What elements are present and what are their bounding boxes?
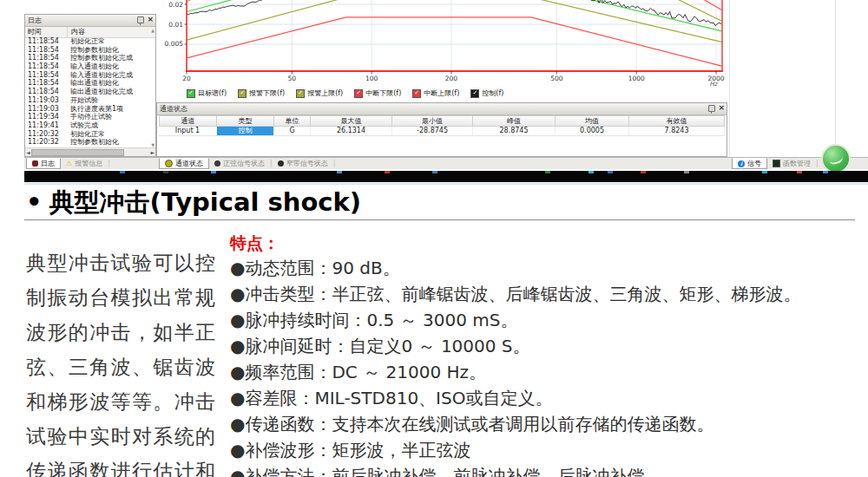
features-list: ●动态范围：90 dB。 ●冲击类型：半正弦、前峰锯齿波、后峰锯齿波、三角波、矩… [230, 255, 864, 477]
tab-sine-signal-status[interactable]: 正弦信号状态 [209, 158, 270, 169]
tab-narrowband-signal-status[interactable]: 窄带信号状态 [273, 158, 333, 169]
scroll-up-icon[interactable]: ▲ [151, 28, 155, 33]
log-col-content: 内容 [67, 27, 85, 37]
taskbar-strip [24, 171, 868, 182]
cell-type: 控制 [217, 127, 274, 136]
legend-item-alarm-upper: ✓报警上限(f) [296, 88, 343, 98]
svg-text:20: 20 [182, 75, 191, 82]
tab-alarm-info[interactable]: ⚠报警信息 [61, 158, 108, 169]
legend-checkbox[interactable]: ✓ [238, 89, 247, 98]
log-list: 11:18:54初始化正常 11:18:54控制参数初始化 11:18:54控制… [25, 37, 155, 148]
tab-log[interactable]: 日志 [26, 158, 61, 169]
scroll-right-icon[interactable]: ► [150, 149, 155, 155]
svg-text:Hz: Hz [710, 81, 719, 87]
spectrum-plot: 205010020050010002000Hz0.020.010.005 [159, 0, 729, 87]
svg-text:0.005: 0.005 [165, 40, 184, 48]
svg-text:50: 50 [288, 75, 297, 82]
progress-badge[interactable] [821, 144, 851, 173]
tab-signal[interactable]: i信号 [732, 158, 767, 169]
log-panel-title: 日志 [28, 16, 42, 24]
svg-text:200: 200 [445, 75, 458, 82]
status-circle-icon [214, 160, 220, 167]
shock-spectrum-chart: 205010020050010002000Hz0.020.010.005 [159, 0, 729, 87]
series-line [187, 0, 721, 26]
cell-min: -28.8745 [392, 127, 473, 136]
tab-channel-status[interactable]: 通道状态 [159, 158, 209, 169]
legend-checkbox[interactable]: ✓ [412, 89, 421, 98]
info-icon: i [738, 160, 745, 167]
tab-function-manager[interactable]: 函数管理 [767, 158, 816, 169]
log-row: 11:20:32初始化正常 [25, 130, 155, 139]
feature-item: ●冲击类型：半正弦、前峰锯齿波、后峰锯齿波、三角波、矩形、梯形波。 [230, 281, 864, 307]
log-row: 11:18:54初始化正常 [25, 37, 155, 46]
window-edge-line [835, 0, 836, 157]
feature-item: ●补偿波形：矩形波，半正弦波 [230, 437, 864, 463]
legend-checkbox[interactable]: ✓ [354, 89, 363, 98]
channel-table-row: Input 1 控制 G 26.1314 -28.8745 28.8745 0.… [159, 127, 725, 136]
log-row: 11:18:54输出通道初始化 [25, 79, 155, 88]
channel-status-panel: 通道状态 × 通道类型 单位最大值 最小值峰值 均值有效值 Input 1 控制… [156, 102, 727, 157]
log-col-time: 时间 [28, 27, 42, 37]
svg-text:0.02: 0.02 [168, 1, 183, 9]
warning-icon: ⚠ [66, 160, 72, 167]
log-panel-titlebar: 日志 × [25, 15, 155, 27]
log-row: 11:19:03执行进度表第1项 [25, 105, 155, 114]
feature-item: ●传递函数：支持本次在线测试或者调用以前存储的传递函数。 [230, 411, 864, 437]
scrollbar-thumb[interactable] [31, 149, 124, 156]
log-row: 11:18:54控制参数初始化 [25, 46, 155, 55]
svg-text:500: 500 [550, 75, 563, 82]
feature-item: ●频率范围：DC ～ 21000 Hz。 [230, 359, 864, 385]
svg-text:0.01: 0.01 [168, 21, 183, 29]
scroll-left-icon[interactable]: ◄ [26, 149, 30, 155]
feature-item: ●容差限：MIL-STD810、ISO或自定义。 [230, 385, 864, 411]
heading-text: 典型冲击(Typical shock) [49, 187, 362, 217]
cell-peak: 28.8745 [473, 127, 556, 136]
legend-item-control: ✓控制(f) [470, 88, 503, 98]
series-line [187, 0, 722, 42]
log-row: 11:19:03开始试验 [25, 96, 155, 105]
legend-checkbox[interactable]: ✓ [470, 89, 479, 98]
close-icon[interactable]: × [147, 16, 154, 23]
pin-icon[interactable] [708, 105, 715, 112]
separator-line [24, 183, 868, 185]
features-title: 特点： [230, 232, 279, 255]
cell-max: 26.1314 [311, 127, 392, 136]
close-icon[interactable]: × [718, 104, 725, 112]
legend-checkbox[interactable]: ✓ [296, 89, 305, 98]
log-row: 11:20:32控制参数初始化 [25, 138, 155, 147]
chart-legend: ✓目标谱(f) ✓报警下限(f) ✓报警上限(f) ✓中断下限(f) ✓中断上限… [187, 88, 503, 98]
channel-table: 通道类型 单位最大值 最小值峰值 均值有效值 Input 1 控制 G 26.1… [159, 115, 725, 136]
legend-item-abort-lower: ✓中断下限(f) [354, 88, 401, 98]
pin-icon[interactable] [137, 16, 144, 23]
series-line [187, 0, 722, 21]
log-horizontal-scrollbar[interactable]: ◄ ► [25, 147, 155, 156]
function-icon [773, 160, 780, 167]
log-row: 11:18:54输入通道初始化 [25, 62, 155, 71]
status-circle-icon [278, 160, 284, 167]
legend-checkbox[interactable]: ✓ [187, 89, 195, 98]
cell-unit: G [274, 127, 311, 136]
channel-panel-titlebar: 通道状态 × [157, 103, 727, 115]
log-row: 11:18:54输入通道初始化完成 [25, 71, 155, 80]
feature-item: ●补偿方法：前后脉冲补偿、前脉冲补偿、后脉冲补偿 [230, 463, 864, 477]
bottom-tabstrip: 日志 ⚠报警信息 | 通道状态 正弦信号状态 | 窄带信号状态 | i信号 函数… [24, 157, 868, 169]
channel-panel-title: 通道状态 [160, 105, 187, 113]
log-row: 11:19:34手动停止试验 [25, 113, 155, 121]
page: 日志 × 时间 内容 ▲ 11:18:54初始化正常 11:18:54控制参数初… [0, 0, 868, 477]
intro-paragraph: 典型冲击试验可以控 制振动台模拟出常规 波形的冲击，如半正 弦、三角波、锯齿波 … [26, 245, 215, 477]
vibration-control-app: 日志 × 时间 内容 ▲ 11:18:54初始化正常 11:18:54控制参数初… [0, 0, 868, 171]
feature-item: ●动态范围：90 dB。 [230, 255, 864, 281]
status-circle-icon [165, 160, 173, 167]
svg-text:1000: 1000 [628, 75, 645, 82]
cell-mean: 0.0005 [556, 127, 629, 136]
log-row: 11:19:41试验完成 [25, 121, 155, 130]
channel-table-header: 通道类型 单位最大值 最小值峰值 均值有效值 [159, 115, 725, 127]
log-icon [32, 160, 38, 167]
log-row: 11:18:54控制参数初始化完成 [25, 54, 155, 62]
svg-text:100: 100 [365, 75, 378, 82]
log-row: 11:18:54输出通道初始化完成 [25, 88, 155, 96]
section-heading: •典型冲击(Typical shock) [26, 187, 361, 217]
heading-rule [24, 219, 855, 220]
log-panel: 日志 × 时间 内容 ▲ 11:18:54初始化正常 11:18:54控制参数初… [24, 14, 156, 157]
legend-item-target: ✓目标谱(f) [187, 88, 227, 98]
